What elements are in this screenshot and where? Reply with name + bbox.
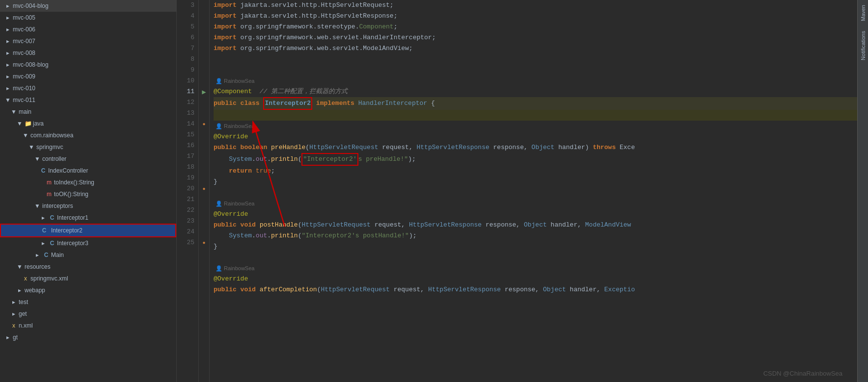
gutter-6 [199, 32, 209, 43]
line-num-18: 18 [177, 162, 194, 173]
warning-icon: ● [202, 122, 205, 127]
run-icon[interactable]: ▶ [202, 88, 206, 96]
sidebar-item-toIndex[interactable]: m toIndex():String [0, 177, 176, 188]
sidebar-item-label: mvc-005 [13, 13, 35, 23]
sidebar-item-Interceptor2[interactable]: C Interceptor2 [0, 224, 176, 237]
sidebar-item-Interceptor1[interactable]: ▸ C Interceptor1 [0, 212, 176, 224]
notifications-tab[interactable]: Notifications [859, 26, 867, 65]
project-sidebar[interactable]: ▸ mvc-004-blog ▸ mvc-005 ▸ mvc-006 ▸ mvc… [0, 0, 177, 382]
sidebar-item-mvc-004-blog[interactable]: ▸ mvc-004-blog [0, 0, 176, 12]
params: ( [298, 220, 302, 230]
line-num-4: 4 [177, 11, 194, 22]
space [312, 98, 316, 109]
sidebar-item-mvc-008[interactable]: ▸ mvc-008 [0, 47, 176, 59]
line-num-25: 25 [177, 237, 194, 248]
code-area: 3 4 5 6 7 8 9 10 11 12 13 14 15 16 17 18… [177, 0, 857, 382]
method-afterCompletion: afterCompletion [260, 284, 317, 295]
author-comment-13: 👤 RainbowSea [214, 121, 857, 131]
sidebar-item-java[interactable]: ▼ 📁 java [0, 118, 176, 129]
expand-icon: ▼ [4, 95, 12, 105]
string: "Interceptor2's postHandle!" [301, 230, 408, 241]
sidebar-item-label: mvc-007 [13, 36, 35, 46]
gutter-11: ▶ [199, 86, 209, 97]
line-num-22: 22 [177, 205, 194, 216]
sidebar-item-test[interactable]: ▸ test [0, 296, 176, 308]
sidebar-item-main[interactable]: ▼ main [0, 106, 176, 118]
sidebar-item-mvc-007[interactable]: ▸ mvc-007 [0, 35, 176, 47]
gutter-3 [199, 0, 209, 11]
sidebar-item-com-rainbowsea[interactable]: ▼ com.rainbowsea [0, 129, 176, 141]
line-num-8: 8 [177, 54, 194, 65]
sidebar-item-label: mvc-011 [13, 95, 35, 105]
sidebar-item-label: interceptors [42, 201, 73, 211]
keyword-class: class [241, 98, 264, 109]
sidebar-item-label: gt [13, 332, 18, 342]
gutter-18 [199, 162, 209, 173]
sidebar-item-mvc-010[interactable]: ▸ mvc-010 [0, 82, 176, 94]
sidebar-item-springmvc[interactable]: ▼ springmvc [0, 141, 176, 153]
sidebar-item-label: mvc-008 [13, 48, 35, 58]
line-num-12: 12 [177, 97, 194, 108]
sidebar-item-mvc-011[interactable]: ▼ mvc-011 [0, 94, 176, 106]
expand-icon: ▼ [33, 201, 41, 211]
param-type: HttpServletRequest [301, 220, 370, 230]
import-path: org.springframework.web.servlet.HandlerI… [241, 32, 436, 43]
out-field: out [256, 154, 267, 165]
sidebar-item-n-xml[interactable]: x n.xml [0, 320, 176, 331]
sidebar-item-label: java [33, 119, 44, 128]
sidebar-item-toOK[interactable]: m toOK():String [0, 188, 176, 200]
gutter-25: ● [199, 237, 209, 248]
sidebar-item-controller[interactable]: ▼ controller [0, 153, 176, 165]
code-line-8 [214, 54, 857, 65]
semicolon: ; [271, 166, 275, 177]
collapse-icon: ▸ [10, 297, 18, 307]
collapse-icon: ▸ [4, 83, 12, 93]
expand-icon: ▼ [10, 107, 18, 117]
line-num-17: 17 [177, 151, 194, 162]
param-name: request, [390, 284, 428, 295]
sidebar-item-webapp[interactable]: ▸ webapp [0, 284, 176, 296]
code-line-20: public void postHandle ( HttpServletRequ… [214, 220, 857, 230]
sidebar-item-label: controller [42, 154, 66, 164]
sidebar-item-Interceptor3[interactable]: ▸ C Interceptor3 [0, 237, 176, 249]
indent [214, 230, 229, 241]
param-type2: HttpServletResponse [428, 284, 501, 295]
sidebar-item-label: springmvc [36, 142, 63, 152]
sidebar-item-label: mvc-008-blog [13, 60, 49, 70]
param-type: HttpServletRequest [309, 142, 378, 153]
sidebar-item-mvc-006[interactable]: ▸ mvc-006 [0, 24, 176, 35]
gutter-17 [199, 151, 209, 162]
param-name2: response, [501, 284, 543, 295]
line-num-10: 10 [177, 76, 194, 86]
str-rest: s preHandle!" [358, 154, 408, 165]
sidebar-item-mvc-005[interactable]: ▸ mvc-005 [0, 12, 176, 24]
param-type2: HttpServletResponse [417, 142, 489, 153]
maven-tab[interactable]: Maven [859, 0, 867, 26]
sidebar-item-gt[interactable]: ▸ gt [0, 331, 176, 343]
gutter-9 [199, 65, 209, 76]
sidebar-item-mvc-008-blog[interactable]: ▸ mvc-008-blog [0, 59, 176, 71]
sidebar-item-resources[interactable]: ▼ resources [0, 261, 176, 273]
expand-icon: ▸ [39, 238, 47, 248]
import-path: org.springframework.web.servlet.ModelAnd… [241, 43, 413, 54]
system-class: System [229, 154, 252, 165]
code-line-4: import jakarta.servlet.http.HttpServletR… [214, 11, 857, 22]
expand-icon: ▼ [16, 119, 24, 128]
sidebar-item-IndexController[interactable]: C IndexController [0, 165, 176, 177]
param-name2: response, [489, 142, 532, 153]
sidebar-item-interceptors[interactable]: ▼ interceptors [0, 200, 176, 212]
keyword-public: public [214, 284, 241, 295]
code-line-19: @Override [214, 209, 857, 220]
sidebar-item-springmvc-xml[interactable]: x springmvc.xml [0, 273, 176, 284]
annotation: @Component [214, 86, 252, 97]
indent [214, 154, 229, 165]
sidebar-item-mvc-009[interactable]: ▸ mvc-009 [0, 71, 176, 82]
gutter-23 [199, 216, 209, 227]
sidebar-item-get[interactable]: ▸ get [0, 308, 176, 320]
sidebar-item-Main[interactable]: ▸ C Main [0, 249, 176, 261]
sidebar-item-label: mvc-009 [13, 72, 35, 81]
code-editor[interactable]: 3 4 5 6 7 8 9 10 11 12 13 14 15 16 17 18… [177, 0, 857, 382]
param-type2: HttpServletResponse [409, 220, 482, 230]
code-line-15: System . out . println ( "Interceptor2' … [214, 153, 857, 166]
line-num-14: 14 [177, 119, 194, 129]
